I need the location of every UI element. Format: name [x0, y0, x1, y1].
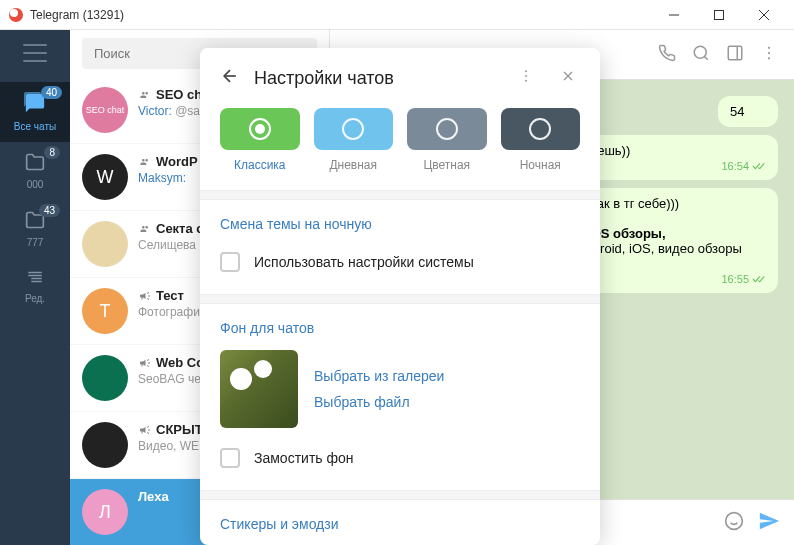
- checkbox[interactable]: [220, 252, 240, 272]
- avatar: Т: [82, 288, 128, 334]
- badge: 8: [44, 146, 60, 159]
- rail-folder-0[interactable]: 40Все чаты: [0, 82, 70, 142]
- theme-swatch: [314, 108, 394, 150]
- theme-swatch: [407, 108, 487, 150]
- svg-point-22: [525, 75, 527, 77]
- call-icon[interactable]: [658, 44, 676, 66]
- sidebar-toggle-icon[interactable]: [726, 44, 744, 66]
- svg-rect-12: [728, 46, 742, 60]
- badge: 43: [39, 204, 60, 217]
- theme-option-2[interactable]: Цветная: [407, 108, 487, 172]
- settings-modal: Настройки чатов КлассикаДневнаяЦветнаяНо…: [200, 48, 600, 545]
- avatar: Л: [82, 489, 128, 535]
- message-text: 54: [730, 104, 744, 119]
- titlebar: Telegram (13291): [0, 0, 794, 30]
- wallpaper-row: Выбрать из галереи Выбрать файл: [220, 350, 580, 428]
- svg-point-23: [525, 80, 527, 82]
- tile-checkbox-row[interactable]: Замостить фон: [220, 442, 580, 474]
- avatar: SEO chat: [82, 87, 128, 133]
- folder-rail: 40Все чаты800043777Ред.: [0, 30, 70, 545]
- svg-line-11: [704, 56, 707, 59]
- night-mode-section: Смена темы на ночную Использовать настро…: [200, 200, 600, 294]
- message-bubble[interactable]: 54: [718, 96, 778, 127]
- svg-point-17: [726, 512, 743, 529]
- modal-header: Настройки чатов: [200, 48, 600, 108]
- theme-option-1[interactable]: Дневная: [314, 108, 394, 172]
- wallpaper-thumbnail[interactable]: [220, 350, 298, 428]
- file-link[interactable]: Выбрать файл: [314, 394, 444, 410]
- theme-label: Ночная: [501, 158, 581, 172]
- theme-label: Классика: [220, 158, 300, 172]
- modal-title: Настройки чатов: [254, 68, 496, 89]
- section-title: Фон для чатов: [220, 320, 580, 336]
- theme-option-3[interactable]: Ночная: [501, 108, 581, 172]
- rail-folder-1[interactable]: 8000: [0, 142, 70, 200]
- search-icon[interactable]: [692, 44, 710, 66]
- close-button[interactable]: [741, 1, 786, 29]
- svg-point-21: [525, 70, 527, 72]
- rail-folder-3[interactable]: Ред.: [0, 258, 70, 314]
- send-icon[interactable]: [758, 510, 780, 536]
- app-icon: [8, 7, 24, 23]
- rail-label: Все чаты: [14, 121, 56, 132]
- theme-label: Цветная: [407, 158, 487, 172]
- gallery-link[interactable]: Выбрать из галереи: [314, 368, 444, 384]
- checkbox[interactable]: [220, 448, 240, 468]
- folder-icon: 43: [24, 210, 46, 234]
- avatar: [82, 355, 128, 401]
- rail-label: 777: [27, 237, 44, 248]
- rail-label: Ред.: [25, 293, 45, 304]
- svg-point-14: [768, 46, 770, 48]
- more-icon[interactable]: [760, 44, 778, 66]
- theme-label: Дневная: [314, 158, 394, 172]
- avatar: [82, 221, 128, 267]
- themes-row: КлассикаДневнаяЦветнаяНочная: [200, 108, 600, 190]
- stickers-section: Стикеры и эмодзи: [200, 500, 600, 545]
- checkbox-label: Использовать настройки системы: [254, 254, 474, 270]
- section-title: Стикеры и эмодзи: [220, 516, 580, 532]
- rail-label: 000: [27, 179, 44, 190]
- checkbox-label: Замостить фон: [254, 450, 354, 466]
- rail-folder-2[interactable]: 43777: [0, 200, 70, 258]
- svg-rect-3: [714, 10, 723, 19]
- svg-point-10: [694, 46, 706, 58]
- folder-icon: 8: [24, 152, 46, 176]
- window-title: Telegram (13291): [30, 8, 651, 22]
- window-controls: [651, 1, 786, 29]
- svg-point-1: [10, 9, 18, 17]
- svg-point-16: [768, 57, 770, 59]
- maximize-button[interactable]: [696, 1, 741, 29]
- svg-point-15: [768, 51, 770, 53]
- theme-swatch: [220, 108, 300, 150]
- badge: 40: [41, 86, 62, 99]
- avatar: [82, 422, 128, 468]
- avatar: W: [82, 154, 128, 200]
- theme-option-0[interactable]: Классика: [220, 108, 300, 172]
- back-icon[interactable]: [220, 66, 240, 90]
- wallpaper-section: Фон для чатов Выбрать из галереи Выбрать…: [200, 304, 600, 490]
- section-title: Смена темы на ночную: [220, 216, 580, 232]
- wallpaper-links: Выбрать из галереи Выбрать файл: [314, 350, 444, 428]
- minimize-button[interactable]: [651, 1, 696, 29]
- close-icon[interactable]: [556, 68, 580, 88]
- theme-swatch: [501, 108, 581, 150]
- use-system-checkbox-row[interactable]: Использовать настройки системы: [220, 246, 580, 278]
- modal-more-icon[interactable]: [510, 68, 542, 88]
- hamburger-menu[interactable]: [23, 44, 47, 62]
- emoji-icon[interactable]: [724, 511, 744, 535]
- folder-icon: 40: [22, 92, 48, 118]
- folder-icon: [24, 268, 46, 290]
